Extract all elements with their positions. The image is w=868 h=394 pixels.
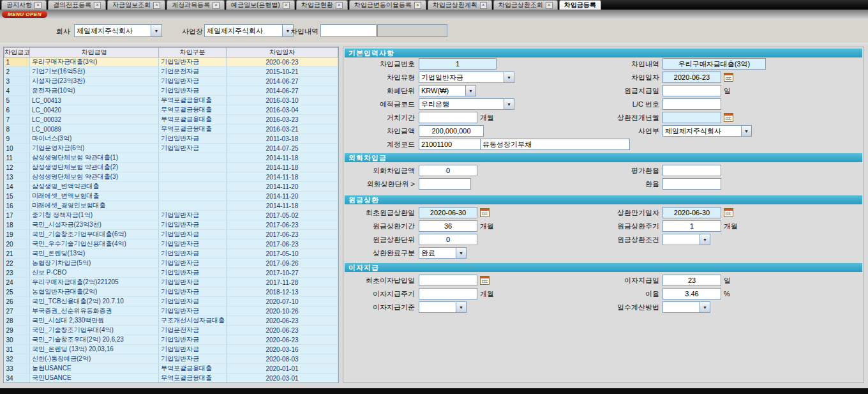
currency-select[interactable]: KRW(₩) ▼ <box>419 85 476 96</box>
loan-amount-field[interactable]: 200,000,000 <box>419 125 484 137</box>
cell-loan-type[interactable]: 기업일반자금 <box>159 345 227 354</box>
tab-item[interactable]: 자금일보조회× <box>107 0 165 10</box>
cell-loan-type[interactable]: 무역포괄금융대출 <box>159 105 227 115</box>
company-select[interactable]: 제일제지주식회사 ▼ <box>74 24 162 37</box>
complete-status-select[interactable]: 완료 ▼ <box>419 247 467 259</box>
cell-loan-date[interactable]: 2017-06-23 <box>227 230 338 239</box>
table-row[interactable]: 5LC_00413무역포괄금융대출2016-03-10 <box>4 96 338 105</box>
cell-loan-name[interactable]: 국민_온렌딩 (13억) 20,03,16 <box>30 345 159 354</box>
cell-loan-date[interactable]: 2020-03-01 <box>227 374 338 383</box>
cell-loan-date[interactable]: 2014-11-18 <box>227 201 338 211</box>
cell-loan-code[interactable]: 10 <box>4 144 30 153</box>
cell-loan-type[interactable] <box>159 192 227 201</box>
cell-loan-name[interactable]: 농협일반자금대출(2억) <box>30 287 159 297</box>
menu-open-button[interactable]: MENU OPEN <box>2 11 47 18</box>
cell-loan-type[interactable]: 무역포괄금융대출 <box>159 96 227 105</box>
cell-loan-date[interactable]: 2016-03-04 <box>227 105 338 115</box>
cell-loan-name[interactable]: 국민_기술창조우대(2억) 20,6,23 <box>30 335 159 345</box>
tab-close-icon[interactable]: × <box>153 2 160 9</box>
calendar-icon[interactable] <box>480 208 490 217</box>
site-select[interactable]: 제일제지주식회사 ▼ <box>204 24 294 37</box>
cell-loan-type[interactable]: 기업일반자금 <box>159 354 227 364</box>
cell-loan-type[interactable]: 기업일반자금 <box>159 220 227 230</box>
cell-loan-type[interactable]: 구조개선시설자금대출 <box>159 316 227 326</box>
interest-basis-select[interactable]: ▼ <box>419 301 467 313</box>
principal-pay-day-field[interactable] <box>662 85 721 96</box>
cell-loan-date[interactable]: 2016-03-23 <box>227 115 338 125</box>
cell-loan-code[interactable]: 4 <box>4 86 30 96</box>
chevron-down-icon[interactable]: ▼ <box>741 126 751 136</box>
cell-loan-date[interactable]: 2017-09-26 <box>227 259 338 268</box>
cell-loan-name[interactable]: 하나대출260백만원 20,11,17 <box>30 383 159 384</box>
table-row[interactable]: 33농협USANCE무역포괄금융대출2020-01-01 <box>4 364 338 374</box>
cell-loan-code[interactable]: 11 <box>4 153 30 163</box>
tab-item[interactable]: 결의전표등록× <box>48 0 106 10</box>
cell-loan-code[interactable]: 15 <box>4 192 30 201</box>
cell-loan-name[interactable]: 국민_온렌딩(13억) <box>30 249 159 259</box>
cell-loan-code[interactable]: 21 <box>4 249 30 259</box>
cell-loan-date[interactable]: 2014-11-18 <box>227 153 338 163</box>
cell-loan-name[interactable]: 기업운영자금(6억) <box>30 144 159 153</box>
cell-loan-name[interactable]: 미래에셋_경영인보험대출 <box>30 201 159 211</box>
cell-loan-name[interactable]: 농협장기차입금(5억) <box>30 259 159 268</box>
cell-loan-date[interactable]: 2016-03-10 <box>227 96 338 105</box>
cell-loan-code[interactable]: 23 <box>4 268 30 278</box>
cell-loan-type[interactable] <box>159 163 227 172</box>
cell-loan-date[interactable]: 2011-03-18 <box>227 134 338 144</box>
table-row[interactable]: 24우리구매자금대출(2억)221205기업일반자금2017-11-28 <box>4 278 338 287</box>
cell-loan-code[interactable]: 33 <box>4 364 30 374</box>
cell-loan-type[interactable]: 기업일반자금 <box>159 335 227 345</box>
day-count-method-select[interactable]: ▼ <box>662 301 710 313</box>
cell-loan-date[interactable]: 2020-10-26 <box>227 307 338 316</box>
cell-loan-date[interactable]: 2017-05-02 <box>227 211 338 220</box>
cell-loan-code[interactable]: 13 <box>4 172 30 182</box>
interest-pay-day-field[interactable]: 23 <box>662 275 721 286</box>
table-row[interactable]: 22농협장기차입금(5억)기업일반자금2017-09-26 <box>4 259 338 268</box>
cell-loan-name[interactable]: LC_00032 <box>30 115 159 125</box>
cell-loan-code[interactable]: 29 <box>4 326 30 335</box>
eval-rate-field[interactable] <box>662 165 721 176</box>
tab-close-icon[interactable]: × <box>213 2 220 9</box>
cell-loan-name[interactable]: 국민_시설대 2,330백만원 <box>30 316 159 326</box>
table-row[interactable]: 18국민_시설자금(23억3천)기업일반자금2017-06-23 <box>4 220 338 230</box>
table-row[interactable]: 15미래에셋_변액보험대출2014-11-20 <box>4 192 338 201</box>
table-row[interactable]: 19국민_기술창조기업우대대출(6억)기업일반자금2017-06-23 <box>4 230 338 239</box>
loan-no-field[interactable]: 1 <box>419 58 497 70</box>
cell-loan-date[interactable]: 2014-11-20 <box>227 192 338 201</box>
col-header-loan-date[interactable]: 차입일자 <box>227 48 338 57</box>
tab-close-icon[interactable]: × <box>414 2 421 9</box>
cell-loan-name[interactable]: LC_00089 <box>30 125 159 134</box>
loan-type-select[interactable]: 기업일반자금 ▼ <box>419 72 514 83</box>
cell-loan-date[interactable]: 2014-11-18 <box>227 163 338 172</box>
cell-loan-type[interactable]: 기업일반자금 <box>159 86 227 96</box>
cell-loan-date[interactable]: 2020-03-16 <box>227 345 338 354</box>
cell-loan-type[interactable]: 기업일반자금 <box>159 57 227 67</box>
table-row[interactable]: 26국민_TCB신용대출(2억) 20.7.10기업일반자금2020-07-10 <box>4 297 338 307</box>
cell-loan-code[interactable]: 3 <box>4 77 30 86</box>
chevron-down-icon[interactable]: ▼ <box>700 234 710 245</box>
cell-loan-type[interactable] <box>159 153 227 163</box>
chevron-down-icon[interactable]: ▼ <box>700 302 710 312</box>
col-header-loan-code[interactable]: 차입금코드 <box>4 48 30 57</box>
cell-loan-name[interactable]: 국민_기술창조기업우대(4억) <box>30 326 159 335</box>
table-row[interactable]: 20국민_우수기술기업신용대출(4억)기업일반자금2017-06-23 <box>4 239 338 249</box>
table-row[interactable]: 34국민USANCE무역포괄금융대출2020-03-01 <box>4 374 338 383</box>
cell-loan-date[interactable]: 2017-06-23 <box>227 239 338 249</box>
interest-rate-field[interactable]: 3.46 <box>662 288 721 299</box>
cell-loan-date[interactable]: 2020-06-23 <box>227 57 338 67</box>
table-row[interactable]: 1우리구매자금대출(3억)기업일반자금2020-06-23 <box>4 57 338 67</box>
cell-loan-code[interactable]: 27 <box>4 307 30 316</box>
cell-loan-type[interactable] <box>159 182 227 192</box>
loan-desc-field[interactable]: 우리구매자금대출(3억) <box>662 58 766 70</box>
rollover-ym-field[interactable] <box>662 112 721 123</box>
table-row[interactable]: 4운전자금(10억)기업일반자금2014-06-27 <box>4 86 338 96</box>
cell-loan-name[interactable]: 마이너스(3억) <box>30 134 159 144</box>
table-row[interactable]: 2기업기보(16억5천)기업운전자금2015-10-21 <box>4 67 338 77</box>
cell-loan-name[interactable]: 우리구매자금대출(2억)221205 <box>30 278 159 287</box>
cell-loan-name[interactable]: 국민_기술창조기업우대대출(6억) <box>30 230 159 239</box>
cell-loan-code[interactable]: 22 <box>4 259 30 268</box>
cell-loan-type[interactable]: 기업일반자금 <box>159 307 227 316</box>
cell-loan-type[interactable]: 기업일반자금 <box>159 268 227 278</box>
cell-loan-name[interactable]: LC_00420 <box>30 105 159 115</box>
table-row[interactable]: 31국민_온렌딩 (13억) 20,03,16기업일반자금2020-03-16 <box>4 345 338 354</box>
